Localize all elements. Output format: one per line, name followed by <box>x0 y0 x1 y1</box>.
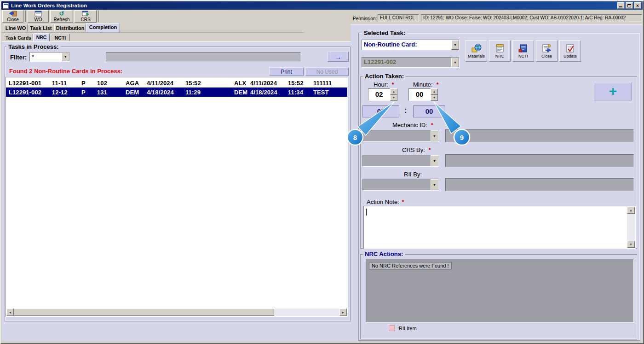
rii-item-legend: :RII Item <box>397 326 417 331</box>
toolbar-crs-button[interactable]: CRS <box>75 10 97 23</box>
scroll-down-button[interactable]: ▼ <box>627 241 635 248</box>
cell: 131 <box>97 89 126 96</box>
selected-task-title: Selected Task: <box>362 29 407 36</box>
ncti-button[interactable]: NCTI <box>512 40 534 62</box>
print-button[interactable]: Print <box>269 67 304 76</box>
close-icon: × <box>636 3 639 8</box>
cell: L12291-001 <box>9 80 52 87</box>
chevron-down-icon[interactable]: ▼ <box>431 179 438 190</box>
minimize-button[interactable] <box>617 2 625 9</box>
close-window-button[interactable]: × <box>634 2 641 9</box>
spin-down-icon: ▼ <box>392 96 395 99</box>
minute-spin-down[interactable]: ▼ <box>431 95 438 101</box>
close-task-button[interactable]: Close <box>536 40 558 62</box>
tab-task-cards[interactable]: Task Cards <box>4 34 33 41</box>
task-list[interactable]: L12291-001 11-11 P 102 AGA 4/11/2024 15:… <box>6 77 348 317</box>
tab-completion[interactable]: Completion <box>86 23 120 32</box>
minimize-icon <box>619 6 622 7</box>
globe-materials-icon <box>472 44 482 53</box>
minute-spin-up[interactable]: ▲ <box>431 88 438 95</box>
chevron-down-icon[interactable]: ▼ <box>431 155 438 166</box>
scroll-right-button[interactable]: ► <box>339 309 347 316</box>
mechanic-name-field[interactable] <box>445 129 634 142</box>
no-used-button[interactable]: No Used <box>305 67 349 76</box>
task-type-combobox[interactable]: Non-Routine Card: ▼ <box>362 40 460 50</box>
nrc-references-list[interactable]: No NRC References were Found ! <box>366 259 634 323</box>
cell: TEST <box>313 89 347 96</box>
scroll-left-button[interactable]: ◄ <box>6 309 14 316</box>
hour-stepper[interactable]: 02 ▲ ▼ <box>368 88 397 101</box>
rii-name-field[interactable] <box>445 178 634 191</box>
scrollbar-thumb[interactable] <box>14 309 274 316</box>
chevron-down-icon[interactable]: ▼ <box>62 52 69 61</box>
app-icon <box>3 3 9 9</box>
scrollbar-track[interactable] <box>274 309 339 316</box>
total-hour-box: 00 <box>362 105 399 117</box>
cell: 4/18/2024 <box>147 89 185 96</box>
required-marker: * <box>431 122 433 128</box>
action-note-textarea[interactable]: ▲ ▼ <box>363 206 636 249</box>
table-row[interactable]: L12291-001 11-11 P 102 AGA 4/11/2024 15:… <box>6 78 347 87</box>
filter-value: * <box>30 52 62 61</box>
spin-down-icon: ▼ <box>433 96 436 99</box>
mechanic-id-combobox[interactable]: ▼ <box>362 130 439 142</box>
minute-label: Minute:* <box>413 81 438 88</box>
time-separator: : <box>404 106 407 115</box>
permission-label: Permission: <box>353 16 377 21</box>
cell: 15:52 <box>185 80 234 87</box>
task-card-combobox[interactable]: L12291-002 ▼ <box>362 57 460 68</box>
chevron-down-icon[interactable]: ▼ <box>451 58 459 67</box>
hour-label: Hour:* <box>374 81 394 88</box>
chevron-down-icon[interactable]: ▼ <box>451 40 459 50</box>
vertical-scrollbar[interactable]: ▲ ▼ <box>627 207 635 248</box>
cell: 11-11 <box>52 80 81 87</box>
rii-item-swatch <box>389 325 395 331</box>
go-filter-button[interactable]: → <box>328 52 349 62</box>
cell: 111111 <box>313 80 347 87</box>
cell: AGA <box>126 80 147 87</box>
window-controls: × <box>617 2 641 9</box>
tab-distribution[interactable]: Distribution <box>54 24 86 32</box>
toolbar-wo-button[interactable]: WO <box>28 10 49 23</box>
scroll-down-icon: ▼ <box>629 243 632 246</box>
materials-button[interactable]: Materials <box>466 40 487 62</box>
nrc-actions-title: NRC Actions: <box>363 251 405 257</box>
crs-name-field[interactable] <box>445 154 634 167</box>
filter-combobox[interactable]: * ▼ <box>29 52 70 62</box>
tab-nrc[interactable]: NRC <box>33 33 50 41</box>
crs-by-label: CRS By:* <box>402 146 431 153</box>
minute-stepper[interactable]: 00 ▲ ▼ <box>408 88 438 101</box>
cell: P <box>81 80 97 87</box>
hour-value[interactable]: 02 <box>368 88 390 101</box>
ncti-label: NCTI <box>518 54 528 58</box>
tab-ncti[interactable]: NCTI <box>51 34 70 41</box>
nrc-card-icon <box>495 44 505 53</box>
app-window: Line Work Orders Registration × Close WO… <box>0 0 644 344</box>
table-row-selected[interactable]: L12291-002 12-12 P 131 DEM 4/18/2024 11:… <box>6 87 347 97</box>
update-button[interactable]: Update <box>559 40 581 62</box>
scrollbar-track[interactable] <box>627 214 635 241</box>
right-arrow-icon: → <box>335 53 342 61</box>
maximize-button[interactable] <box>626 2 633 9</box>
cell: DEM <box>234 89 250 96</box>
hour-spin-up[interactable]: ▲ <box>390 88 397 95</box>
minute-value[interactable]: 00 <box>408 88 431 101</box>
tab-line-wo[interactable]: Line WO <box>4 24 28 32</box>
toolbar-crs-label: CRS <box>80 17 90 22</box>
horizontal-scrollbar[interactable]: ◄ ► <box>6 309 347 316</box>
toolbar-refresh-label: Refresh <box>53 17 69 22</box>
tab-task-list[interactable]: Task List <box>28 24 54 32</box>
rii-by-combobox[interactable]: ▼ <box>362 179 439 191</box>
toolbar-close-button[interactable]: Close <box>2 10 23 23</box>
add-action-button[interactable]: + <box>594 82 632 100</box>
chevron-down-icon[interactable]: ▼ <box>431 130 438 141</box>
toolbar-separator <box>98 11 99 22</box>
crs-by-combobox[interactable]: ▼ <box>362 155 439 167</box>
toolbar-refresh-button[interactable]: ↺ Refresh <box>50 10 73 23</box>
filter-text-field[interactable] <box>106 52 301 62</box>
hour-spin-down[interactable]: ▼ <box>390 95 397 101</box>
text-cursor <box>366 209 367 216</box>
nrc-button[interactable]: NRC <box>489 40 511 62</box>
scroll-up-button[interactable]: ▲ <box>627 207 635 214</box>
nrc-label: NRC <box>495 54 505 58</box>
